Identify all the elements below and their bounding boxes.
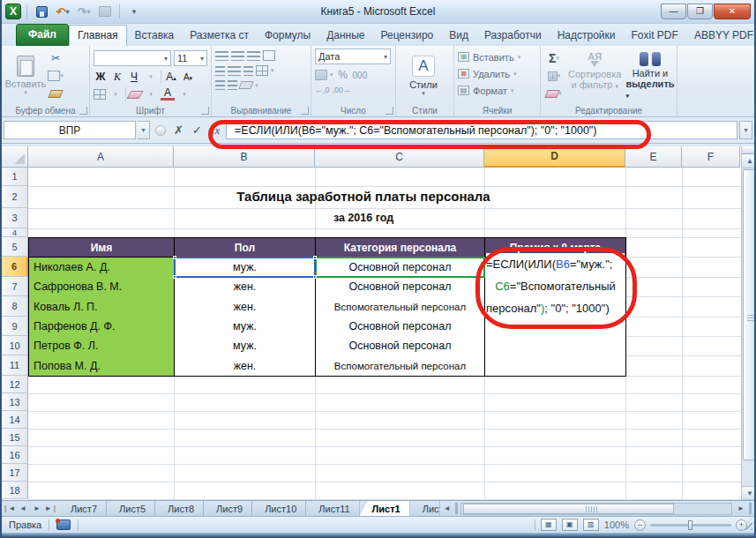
comma-style-button[interactable]: 000 [353, 71, 368, 80]
cell-b7[interactable]: жен. [174, 277, 316, 297]
styles-button[interactable]: А Стили ▾ [400, 49, 447, 103]
hscroll-right-icon[interactable]: ► [734, 501, 748, 516]
font-name-combo[interactable]: ▾ [94, 50, 171, 66]
row-header[interactable]: 14 [2, 411, 28, 429]
row-header-selected[interactable]: 6 [2, 257, 28, 277]
fill-color-button[interactable] [126, 91, 143, 99]
fill-color-dropdown[interactable]: ▾ [144, 91, 158, 98]
tab-splitter[interactable] [455, 503, 458, 514]
table-header-category[interactable]: Категория персонала [315, 237, 485, 258]
align-right-button[interactable] [243, 66, 253, 76]
cell-c9[interactable]: Основной персонал [315, 317, 485, 337]
find-select-button[interactable]: Найти и выделить ▾ [625, 52, 674, 101]
tab-file[interactable]: Файл [16, 24, 69, 46]
column-header-d[interactable]: D [484, 146, 625, 168]
zoom-out-icon[interactable]: − [634, 519, 646, 531]
column-header-a[interactable]: A [28, 146, 174, 168]
zoom-knob[interactable] [688, 520, 692, 530]
decrease-decimal-button[interactable]: ,00→ [333, 86, 352, 94]
number-format-combo[interactable]: Дата▾ [315, 49, 391, 64]
save-button[interactable] [33, 4, 50, 19]
cell-d10[interactable] [484, 336, 626, 356]
tab-home[interactable]: Главная [69, 25, 127, 46]
underline-button[interactable]: Ч [127, 71, 141, 83]
tab-review[interactable]: Рецензиро [372, 26, 441, 46]
cell-b11[interactable]: жен. [174, 355, 316, 377]
sheet-tab-list1-active[interactable]: Лист1 [360, 501, 410, 516]
italic-button[interactable]: К [110, 71, 124, 84]
cell-b8[interactable]: жен. [174, 296, 316, 318]
row-header[interactable]: 2 [2, 186, 28, 208]
cell-d11[interactable] [484, 355, 626, 377]
sheet-tab-list9[interactable]: Лист9 [204, 501, 252, 516]
row-header[interactable]: 13 [2, 393, 28, 411]
column-header-c[interactable]: C [315, 146, 484, 168]
merge-center-button[interactable] [256, 65, 268, 76]
font-size-combo[interactable]: 11▾ [174, 50, 207, 66]
align-left-button[interactable] [215, 66, 225, 76]
zoom-level[interactable]: 100% [604, 519, 629, 530]
tab-addins[interactable]: Надстройки [550, 26, 624, 46]
wrap-text-button[interactable] [238, 81, 253, 89]
table-header-gender[interactable]: Пол [174, 237, 316, 258]
bold-button[interactable]: Ж [94, 71, 108, 83]
increase-indent-button[interactable] [228, 80, 237, 90]
last-sheet-button[interactable]: ►❘ [44, 501, 58, 516]
prev-sheet-button[interactable]: ◄ [16, 501, 30, 516]
orientation-button[interactable] [263, 50, 275, 61]
tab-foxit-pdf[interactable]: Foxit PDF [624, 26, 686, 46]
cell-c7[interactable]: Основной персонал [315, 277, 485, 297]
sheet-tab-list5[interactable]: Лист5 [107, 501, 155, 516]
cell-c8[interactable]: Вспомогательный персонал [315, 296, 485, 318]
borders-dropdown[interactable]: ▾ [109, 91, 123, 98]
redo-button[interactable]: ↷▾ [75, 4, 93, 19]
row-header[interactable]: 5 [2, 237, 28, 257]
cells-area[interactable]: Таблица заработной платы персонала за 20… [28, 168, 741, 500]
scroll-up-icon[interactable]: ▲ [742, 154, 756, 168]
row-header[interactable]: 15 [2, 429, 28, 446]
number-dialog-launcher[interactable] [385, 107, 393, 115]
underline-dropdown[interactable]: ▾ [144, 73, 158, 80]
delete-cells-button[interactable]: ⊠Удалить▾ [458, 65, 536, 82]
align-center-button[interactable] [228, 66, 241, 76]
format-cells-button[interactable]: ▤Формат▾ [458, 82, 536, 99]
zoom-slider[interactable]: − + [634, 519, 747, 531]
minimize-button[interactable]: — [661, 4, 686, 19]
font-dialog-launcher[interactable] [201, 107, 209, 115]
row-header[interactable]: 4 [2, 228, 28, 237]
sheet-tab-list11[interactable]: Лист11 [306, 501, 359, 516]
next-sheet-button[interactable]: ► [30, 501, 44, 516]
hscroll-splitter[interactable] [749, 503, 752, 514]
cell-c10[interactable]: Основной персонал [315, 336, 485, 356]
sheet-tab-list7[interactable]: Лист7 [58, 501, 107, 516]
row-header[interactable]: 9 [2, 317, 28, 336]
cell-edit-overlay[interactable]: =ЕСЛИ(ИЛИ(B6="муж."; C6="Вспомогательный… [486, 253, 625, 320]
tab-developer[interactable]: Разработчи [476, 26, 550, 46]
tab-abbyy-pdf[interactable]: ABBYY PDF 1 [686, 26, 756, 46]
custom-qat-button[interactable] [96, 4, 114, 19]
align-bottom-button[interactable] [247, 51, 260, 61]
sort-filter-button[interactable]: АЯ Сортировка и фильтр ▾ [568, 52, 621, 101]
cancel-entry-button[interactable]: ✗ [170, 122, 187, 139]
formula-bar-expand-button[interactable]: ▾ [739, 121, 752, 139]
tab-data[interactable]: Данные [318, 26, 372, 46]
formula-options-button[interactable] [152, 122, 168, 139]
table-header-name[interactable]: Имя [28, 237, 175, 258]
alignment-dialog-launcher[interactable] [301, 107, 309, 115]
sheet-tab-list10[interactable]: Лист10 [252, 501, 306, 516]
align-top-button[interactable] [215, 51, 228, 61]
row-header[interactable]: 12 [2, 376, 28, 393]
cell-a11[interactable]: Попова М. Д. [28, 355, 175, 377]
paste-button[interactable]: Вставить ▾ [5, 49, 46, 103]
cell-b10[interactable]: муж. [174, 336, 316, 356]
format-painter-button[interactable] [46, 86, 65, 101]
font-color-button[interactable]: А [161, 88, 175, 101]
hscroll-thumb[interactable] [463, 504, 674, 514]
insert-cells-button[interactable]: ⊞Вставить▾ [458, 49, 536, 65]
row-header[interactable]: 3 [2, 208, 28, 228]
qat-customize-button[interactable]: ▼ [125, 4, 143, 19]
sheet-tab-list8[interactable]: Лист8 [155, 501, 204, 516]
horizontal-scrollbar[interactable] [460, 503, 732, 515]
sheet-tab-partial[interactable]: Лист [410, 501, 440, 516]
insert-function-button[interactable]: fx [207, 122, 224, 139]
